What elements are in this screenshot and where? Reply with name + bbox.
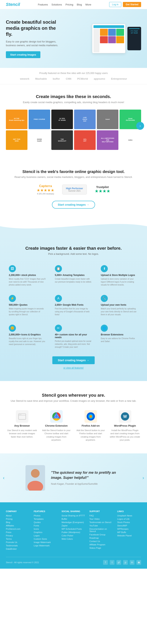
footer-link[interactable]: Icons bbox=[34, 528, 58, 530]
footer-link[interactable]: Meetedgar (Evergreen) bbox=[62, 521, 85, 524]
trust-section: Stencil is the web's favorite online gra… bbox=[0, 160, 147, 218]
hero-text: Create beautiful social media graphics o… bbox=[6, 19, 61, 58]
footer-col-title: Support bbox=[89, 510, 113, 512]
gallery-item[interactable]: ALL LIMITATIONS ARE SELF IMPOSED bbox=[97, 130, 118, 150]
trust-cta-button[interactable]: Start creating Images → bbox=[52, 201, 95, 208]
gallery-subtitle: Easily create social media graphics, com… bbox=[6, 101, 141, 104]
footer-link[interactable]: Terms bbox=[6, 538, 30, 540]
footer-link[interactable]: Color Picker bbox=[62, 534, 85, 537]
gallery-item[interactable]: notes bbox=[119, 130, 141, 150]
login-button[interactable]: Log in bbox=[109, 2, 121, 7]
footer-link[interactable]: Logos of Life bbox=[117, 518, 141, 520]
nav-item-features[interactable]: Features bbox=[38, 3, 48, 6]
footer-link[interactable]: Web Colors bbox=[62, 538, 85, 540]
footer-link[interactable]: Affiliates bbox=[6, 524, 30, 527]
nav-item-more[interactable]: More bbox=[85, 3, 91, 6]
nav-item-blog[interactable]: Blog bbox=[77, 3, 82, 6]
footer-link[interactable]: Social Sharing on IFTTT bbox=[62, 514, 85, 517]
footer-link[interactable]: Documentation on Stencil bbox=[89, 528, 113, 532]
platform-title: WordPress Plugin bbox=[114, 424, 136, 427]
footer-link[interactable]: Graphics bbox=[34, 531, 58, 534]
feature-desc: Perfect pre-loaded optimal sizes for soc… bbox=[55, 340, 92, 348]
footer-link[interactable]: Blog bbox=[6, 521, 30, 524]
footer-link[interactable]: Photos bbox=[34, 514, 58, 517]
gallery-item[interactable]: GOOD health bbox=[29, 130, 50, 150]
social-link[interactable]: p bbox=[123, 560, 128, 565]
footer-link[interactable]: Fonts bbox=[34, 524, 58, 527]
footer-link[interactable]: Tour Video bbox=[89, 518, 113, 520]
prev-arrow[interactable]: ‹ bbox=[3, 475, 5, 480]
nav-item-solutions[interactable]: Solutions bbox=[52, 3, 62, 6]
hero-section: Create beautiful social media graphics o… bbox=[0, 9, 147, 68]
gallery-item[interactable]: 10% OFF bbox=[74, 130, 96, 150]
gallery-item[interactable]: GET THIS NOW bbox=[6, 130, 28, 150]
trust-subtitle: Read why business owners, social media m… bbox=[6, 176, 141, 178]
nav-item-pricing[interactable]: Pricing bbox=[65, 3, 73, 6]
social-link[interactable]: ◉ bbox=[136, 560, 141, 565]
gallery-item[interactable]: LIVE EACH DAY bbox=[74, 110, 96, 129]
scroll-circle[interactable]: › bbox=[136, 122, 144, 130]
footer-link[interactable]: StencilWP bbox=[117, 524, 141, 527]
footer-link[interactable]: Custom Sizes bbox=[34, 538, 58, 540]
featured-logos: weworkMashablebufferCNNPCWorldappsumoEnt… bbox=[6, 77, 141, 80]
footer-link[interactable]: WPRecipes bbox=[117, 528, 141, 530]
footer-link[interactable]: Publer (Wordpress) bbox=[62, 531, 85, 534]
footer-link[interactable]: Status Page bbox=[89, 547, 113, 549]
features-cta-sub[interactable]: or view all features! bbox=[63, 366, 83, 369]
footer-link[interactable]: Affiliate Program bbox=[89, 544, 113, 546]
footer-link[interactable]: Templates bbox=[34, 518, 58, 520]
footer-link[interactable]: Roadmap bbox=[89, 537, 113, 539]
footer-link[interactable]: FAQ bbox=[89, 514, 113, 517]
testimonial-avatar bbox=[26, 465, 45, 490]
footer-link[interactable]: Zapier bbox=[62, 524, 85, 527]
logo[interactable]: Stencil bbox=[6, 2, 20, 7]
social-link[interactable]: t bbox=[110, 560, 114, 565]
next-arrow[interactable]: › bbox=[142, 475, 144, 480]
gallery-item[interactable]: 10 TIPS AT WORK bbox=[51, 110, 73, 129]
feature-desc: Create beautiful images even faster with… bbox=[55, 278, 92, 283]
footer-link[interactable]: WP Scheduled Posts bbox=[62, 528, 85, 530]
footer-link[interactable]: Privacy bbox=[6, 534, 30, 537]
footer-link[interactable]: Testimonials on Stencil bbox=[89, 521, 113, 524]
footer-link[interactable]: Quotes bbox=[34, 521, 58, 524]
signup-button[interactable]: Get Started bbox=[123, 2, 141, 7]
footer-link[interactable]: Contact Us bbox=[89, 540, 113, 542]
footer-link[interactable]: ProStencil.com bbox=[6, 528, 30, 530]
footer-link[interactable]: Testimonials bbox=[6, 544, 30, 547]
feature-desc: Easy to use addons for Chrome Firefox an… bbox=[101, 337, 138, 343]
footer-link[interactable]: Buffer bbox=[62, 518, 85, 520]
social-link[interactable]: f bbox=[103, 560, 108, 565]
footer-link[interactable]: YouTube bbox=[89, 524, 113, 527]
footer-link[interactable]: WP Buffs bbox=[117, 531, 141, 534]
footer-link[interactable]: Stock Photos bbox=[117, 521, 141, 524]
testimonial-author: Noah Kagan, Founder at AppSumo/SumoMe bbox=[51, 482, 121, 485]
gallery-item[interactable]: THE WORKOUT bbox=[51, 130, 73, 150]
footer-link[interactable]: Promote Us bbox=[6, 541, 30, 544]
footer-link[interactable]: Unsplash News bbox=[117, 514, 141, 517]
footer-link[interactable]: DataBroker bbox=[6, 548, 30, 550]
features-grid: 🖼 2,200,000+ stock photos More royalty-f… bbox=[7, 263, 140, 350]
footer-link[interactable]: Logo Watermark bbox=[34, 544, 58, 547]
gallery-item[interactable]: 63 TOP Email marketing tips bbox=[6, 110, 28, 129]
footer-link[interactable]: Press bbox=[6, 531, 30, 534]
platform-item: W WordPress Plugin Install the WordPress… bbox=[110, 410, 140, 442]
svg-text:W: W bbox=[123, 414, 127, 418]
footer-link[interactable]: Image Watermark bbox=[34, 541, 58, 544]
footer-bottom: Stencil - All rights reserved © 2021 fty… bbox=[6, 557, 141, 565]
footer-link[interactable]: About bbox=[6, 514, 30, 517]
gallery-item[interactable]: travel bbox=[97, 110, 118, 129]
footer-link[interactable]: Logos bbox=[34, 534, 58, 537]
footer-link[interactable]: Facebook Group bbox=[89, 534, 113, 536]
feature-title: 2,000,000+ Icons & Graphics bbox=[9, 333, 46, 336]
social-link[interactable]: yt bbox=[116, 560, 121, 565]
footer-link[interactable]: Pricing bbox=[6, 518, 30, 520]
feature-desc: Beautiful icons right at your finger tip… bbox=[9, 337, 46, 346]
hero-cta-button[interactable]: Start creating Images bbox=[6, 51, 40, 58]
svg-point-15 bbox=[31, 469, 40, 478]
gallery-item[interactable]: FREE COURSE bbox=[29, 110, 50, 129]
features-cta-button[interactable]: Start creating Images → bbox=[52, 356, 95, 364]
social-link[interactable]: in bbox=[130, 560, 134, 565]
feature-icon: ✏ bbox=[55, 325, 62, 332]
platform-item: Any Browser Use Stencil in any modern we… bbox=[7, 410, 37, 442]
footer-link[interactable]: Website Planet bbox=[117, 534, 141, 537]
